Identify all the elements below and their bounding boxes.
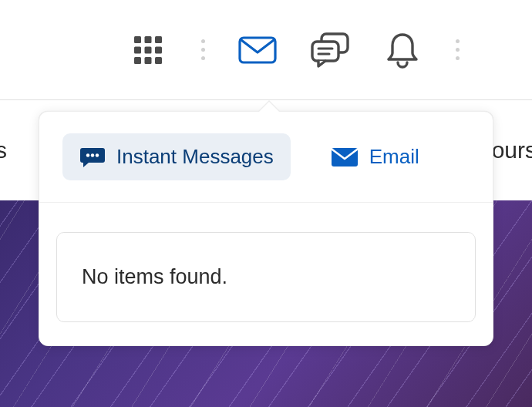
svg-point-14 (86, 153, 89, 156)
svg-rect-11 (312, 42, 338, 61)
empty-state: No items found. (56, 232, 476, 322)
background-text-left: s (0, 137, 7, 163)
chat-icon (311, 32, 349, 68)
kebab-menu-1[interactable] (195, 39, 210, 60)
svg-point-15 (91, 153, 94, 156)
tab-label: Email (369, 145, 419, 169)
svg-rect-5 (155, 46, 162, 53)
top-toolbar (0, 0, 532, 100)
tab-label: Instant Messages (116, 145, 274, 169)
mail-button[interactable] (238, 31, 277, 69)
dropdown-tabs: Instant Messages Email (39, 112, 493, 203)
background-text-right: ours (492, 137, 532, 163)
mail-icon (238, 36, 277, 64)
notifications-button[interactable] (383, 31, 422, 69)
svg-rect-0 (134, 36, 141, 43)
messages-dropdown: Instant Messages Email No items found. (39, 111, 493, 346)
svg-rect-3 (134, 46, 141, 53)
svg-rect-6 (134, 57, 141, 64)
apps-grid-icon (131, 33, 165, 67)
tab-email[interactable]: Email (314, 133, 436, 180)
bell-icon (386, 32, 419, 69)
chat-bubble-icon (79, 146, 106, 168)
dropdown-content: No items found. (39, 203, 493, 345)
svg-point-16 (96, 153, 99, 156)
svg-rect-2 (155, 36, 162, 43)
empty-state-text: No items found. (82, 265, 227, 288)
svg-rect-8 (155, 57, 162, 64)
tab-instant-messages[interactable]: Instant Messages (62, 133, 291, 180)
chat-button[interactable] (311, 31, 349, 69)
dropdown-caret-icon (258, 100, 281, 112)
envelope-icon (331, 147, 359, 167)
svg-rect-1 (145, 36, 152, 43)
apps-grid-button[interactable] (129, 31, 167, 69)
svg-rect-7 (145, 57, 152, 64)
svg-rect-4 (145, 46, 152, 53)
kebab-menu-2[interactable] (450, 39, 465, 60)
